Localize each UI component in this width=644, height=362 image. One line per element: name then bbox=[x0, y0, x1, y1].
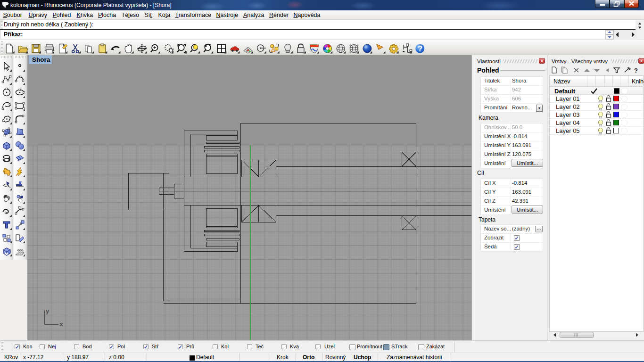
svg-text:?: ? bbox=[634, 67, 638, 74]
svg-text:y: y bbox=[46, 307, 50, 314]
svg-text:?: ? bbox=[418, 44, 422, 53]
svg-text:x: x bbox=[60, 321, 64, 328]
